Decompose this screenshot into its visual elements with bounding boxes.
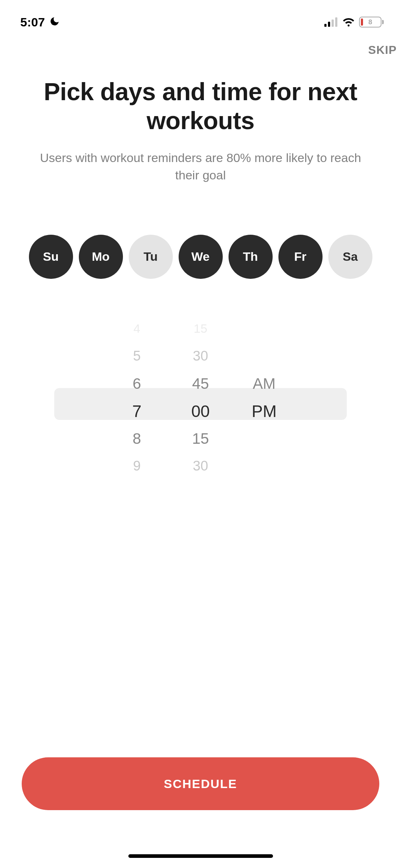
day-label: Th [243,250,258,264]
svg-rect-1 [328,22,330,27]
day-label: We [191,250,209,264]
picker-minute-item: 15 [192,425,209,452]
picker-minute-item: 30 [193,342,208,370]
skip-button[interactable]: SKIP [368,43,397,57]
page-title: Pick days and time for next workouts [0,77,401,135]
picker-period-item: AM [253,370,276,397]
picker-hour-selected: 7 [132,397,142,425]
day-pill-sa[interactable]: Sa [328,235,372,279]
battery-icon: 8 [359,17,384,27]
period-column[interactable]: AM PM [233,315,296,485]
picker-hour-item: 5 [133,342,141,370]
status-bar: 5:07 8 [0,0,401,33]
day-label: Fr [294,250,307,264]
picker-minute-item: 45 [194,480,208,485]
day-pill-th[interactable]: Th [229,235,273,279]
status-left: 5:07 [20,15,60,29]
day-label: Sa [343,250,358,264]
picker-hour-item: 10 [130,480,144,485]
day-label: Mo [92,250,110,264]
picker-hour-item: 9 [133,452,141,480]
day-label: Su [43,250,59,264]
svg-rect-2 [332,20,334,27]
home-indicator [128,854,273,858]
days-row: Su Mo Tu We Th Fr Sa [0,235,401,279]
hour-column[interactable]: 4 5 6 7 8 9 10 [105,315,169,485]
picker-minute-item: 30 [193,452,208,480]
moon-icon [49,16,60,28]
picker-minute-selected: 00 [191,397,210,425]
day-pill-mo[interactable]: Mo [79,235,123,279]
battery-percent-text: 8 [360,18,381,26]
picker-hour-item: 6 [133,370,141,397]
day-pill-su[interactable]: Su [29,235,73,279]
svg-rect-3 [335,17,337,27]
time-picker[interactable]: 4 5 6 7 8 9 10 15 30 45 00 15 30 45 AM P… [0,315,401,485]
wifi-icon [342,17,355,27]
schedule-button[interactable]: SCHEDULE [22,757,379,810]
day-pill-fr[interactable]: Fr [278,235,323,279]
picker-period-selected: PM [252,397,277,425]
day-label: Tu [144,250,158,264]
picker-minute-item: 45 [192,370,209,397]
picker-hour-item: 4 [133,315,140,342]
status-right: 8 [324,17,384,27]
page-subtitle: Users with workout reminders are 80% mor… [0,149,401,184]
minute-column[interactable]: 15 30 45 00 15 30 45 [169,315,233,485]
picker-minute-item: 15 [194,315,208,342]
nav-row: SKIP [0,33,401,57]
svg-rect-0 [324,24,327,27]
status-time: 5:07 [20,15,45,29]
day-pill-tu[interactable]: Tu [129,235,173,279]
picker-hour-item: 8 [133,425,141,452]
day-pill-we[interactable]: We [179,235,223,279]
cellular-signal-icon [324,17,338,27]
